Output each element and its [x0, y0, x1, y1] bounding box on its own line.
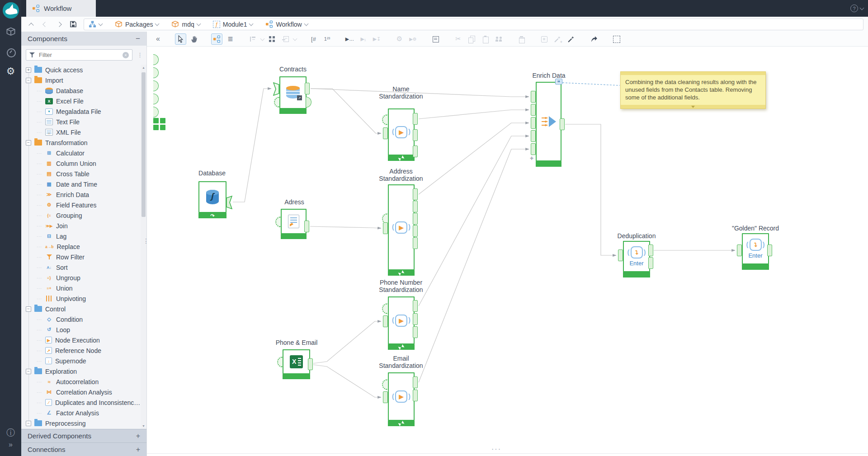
- breadcrumb-packages[interactable]: Packages: [115, 20, 159, 28]
- sidebar-folder-transformation[interactable]: −Transformation: [21, 137, 146, 148]
- sidebar-item-join[interactable]: ≫▶Join: [21, 221, 146, 231]
- sidebar-item-xml-file[interactable]: ‹›XML File: [21, 127, 146, 137]
- in-port[interactable]: [531, 143, 536, 155]
- optional-in-port[interactable]: [382, 303, 387, 314]
- out-port[interactable]: [648, 244, 653, 256]
- sidebar-item-date-and-time[interactable]: ▦Date and Time: [21, 179, 146, 189]
- node-adress[interactable]: [281, 209, 307, 234]
- help-chevron-icon[interactable]: [860, 6, 864, 10]
- sidebar-folder-import[interactable]: −Import: [21, 75, 146, 85]
- sidebar-item-sort[interactable]: A↓Sort: [21, 262, 146, 273]
- sidebar-item-unpivoting[interactable]: Unpivoting: [21, 293, 146, 304]
- align-dropdown-chevron[interactable]: [260, 36, 265, 41]
- scroll-up-icon[interactable]: ▲: [141, 65, 146, 71]
- sidebar-item-grouping[interactable]: {≡Grouping: [21, 210, 146, 221]
- panel-scrollbar[interactable]: ▲ ▼: [141, 65, 146, 429]
- sticky-note[interactable]: Combining the data cleaning results alon…: [620, 71, 766, 109]
- sidebar-item-database[interactable]: Database: [21, 85, 146, 96]
- module-input-port[interactable]: [153, 67, 159, 78]
- renumber-button[interactable]: 1²³: [321, 33, 333, 45]
- node-deduplication[interactable]: ↩ Enter: [623, 241, 650, 272]
- variable-out-port[interactable]: [306, 97, 311, 108]
- node-phone-standardization[interactable]: ▶: [388, 296, 415, 344]
- out-port[interactable]: [413, 146, 418, 157]
- run-settings-button[interactable]: ▶⚙: [407, 33, 419, 45]
- nav-up-button[interactable]: [28, 21, 35, 28]
- sidebar-folder-control[interactable]: −Control: [21, 304, 146, 314]
- sidebar-item-lag[interactable]: ⊟Lag: [21, 231, 146, 241]
- scrollbar-thumb[interactable]: [142, 72, 146, 217]
- in-port[interactable]: [383, 391, 388, 403]
- create-derived-button[interactable]: +: [552, 33, 563, 45]
- align-nodes-button[interactable]: [247, 33, 259, 45]
- megaladata-logo[interactable]: [3, 2, 19, 19]
- node-email-standardization[interactable]: ▶: [388, 372, 415, 421]
- workflow-canvas[interactable]: Contracts Database: [147, 47, 868, 456]
- in-port[interactable]: [737, 244, 742, 256]
- paste-dropdown-chevron[interactable]: [293, 36, 297, 41]
- node-address-standardization[interactable]: ▶: [388, 184, 415, 270]
- workflow-view-button[interactable]: [211, 33, 222, 45]
- auto-layout-button[interactable]: [266, 33, 278, 45]
- derived-component-button[interactable]: [538, 33, 550, 45]
- copy-button[interactable]: [466, 33, 477, 45]
- node-list-view-button[interactable]: ≣: [225, 33, 236, 45]
- in-port[interactable]: [531, 104, 536, 116]
- collapse-toggle[interactable]: −: [26, 369, 31, 374]
- collapse-toggle[interactable]: −: [26, 140, 31, 146]
- out-port[interactable]: [413, 225, 418, 237]
- collapse-toolbar-button[interactable]: «: [152, 33, 164, 45]
- info-icon[interactable]: ⓘ: [5, 427, 17, 439]
- sidebar-folder-quick-access[interactable]: +Quick access: [21, 65, 146, 75]
- sidebar-item-column-union[interactable]: ▥Column Union: [21, 158, 146, 169]
- canvas-scroll-indicator[interactable]: ···: [491, 445, 501, 453]
- sidebar-item-condition[interactable]: ◇Condition: [21, 314, 146, 324]
- filter-input[interactable]: [38, 51, 119, 59]
- module-input-port[interactable]: [153, 54, 159, 65]
- group-nodes-button[interactable]: [493, 33, 505, 45]
- sidebar-item-megaladata-file[interactable]: ▼Megaladata File: [21, 106, 146, 117]
- out-port[interactable]: [413, 390, 418, 401]
- sidebar-item-union[interactable]: ≡+Union: [21, 283, 146, 293]
- sidebar-item-excel-file[interactable]: Excel File: [21, 96, 146, 106]
- reference-link-button[interactable]: [588, 33, 599, 45]
- clear-filter-icon[interactable]: ×: [123, 52, 129, 58]
- in-port[interactable]: [273, 82, 279, 96]
- sidebar-folder-preprocessing[interactable]: −Preprocessing: [21, 418, 146, 428]
- sidebar-item-reference-node[interactable]: ↗Reference Node: [21, 345, 146, 356]
- out-port[interactable]: [226, 196, 232, 209]
- node-database[interactable]: [198, 181, 226, 213]
- add-derived-component-button[interactable]: +: [136, 432, 140, 440]
- optional-in-port[interactable]: [274, 97, 279, 108]
- run-all-button[interactable]: ▶…: [344, 33, 355, 45]
- out-port[interactable]: [413, 300, 418, 312]
- node-name-standardization[interactable]: ▶: [388, 108, 415, 155]
- add-note-button[interactable]: [430, 33, 441, 45]
- out-port[interactable]: [305, 83, 310, 94]
- out-port[interactable]: [413, 201, 418, 212]
- out-port[interactable]: [767, 244, 772, 256]
- in-port[interactable]: [531, 117, 536, 129]
- cut-button[interactable]: ✂: [453, 33, 464, 45]
- sidebar-item-ungroup[interactable]: ≡}Ungroup: [21, 273, 146, 283]
- apply-derived-button[interactable]: [566, 33, 577, 45]
- out-port[interactable]: [413, 326, 418, 338]
- breadcrumb-workflow[interactable]: Workflow: [265, 20, 307, 28]
- derived-components-header[interactable]: Derived Components +: [21, 429, 146, 442]
- run-node-button[interactable]: ▶₁: [358, 33, 369, 45]
- module-ports-grid-icon[interactable]: [153, 118, 165, 130]
- module-input-port[interactable]: [153, 80, 159, 91]
- sidebar-item-loop[interactable]: ↺Loop: [21, 324, 146, 335]
- breadcrumb-module1[interactable]: ƒ Module1: [213, 21, 253, 28]
- sidebar-item-field-features[interactable]: ⚙Field Features: [21, 200, 146, 210]
- panel-resize-handle[interactable]: ⋮: [143, 237, 149, 244]
- select-tool-button[interactable]: [175, 33, 186, 45]
- optional-in-port[interactable]: [275, 216, 281, 227]
- out-port[interactable]: [308, 358, 313, 370]
- in-port[interactable]: [618, 249, 623, 261]
- nav-back-button[interactable]: [42, 21, 49, 28]
- run-to-node-button[interactable]: ▶↧: [371, 33, 382, 45]
- note-link-icon[interactable]: “: [555, 79, 562, 85]
- settings-gear-icon[interactable]: ⚙: [5, 66, 17, 77]
- sidebar-item-calculator[interactable]: ⊞Calculator: [21, 148, 146, 158]
